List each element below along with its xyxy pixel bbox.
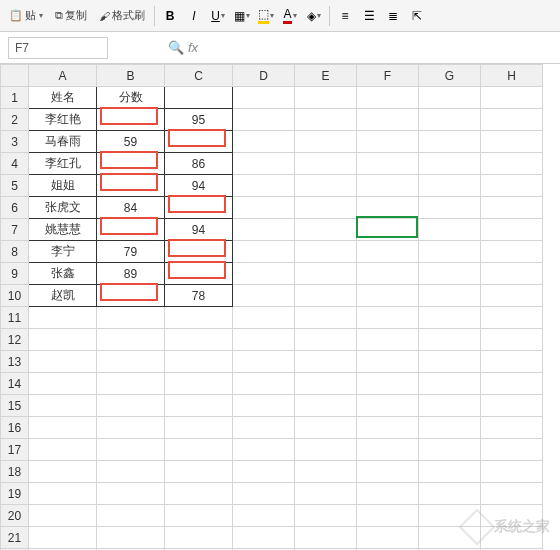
cell-F5[interactable] bbox=[357, 175, 419, 197]
cell-B7[interactable] bbox=[97, 219, 165, 241]
cell-H17[interactable] bbox=[481, 439, 543, 461]
cell-E16[interactable] bbox=[295, 417, 357, 439]
row-header-8[interactable]: 8 bbox=[1, 241, 29, 263]
cell-B17[interactable] bbox=[97, 439, 165, 461]
row-header-21[interactable]: 21 bbox=[1, 527, 29, 549]
cell-D2[interactable] bbox=[233, 109, 295, 131]
cell-G1[interactable] bbox=[419, 87, 481, 109]
cell-H7[interactable] bbox=[481, 219, 543, 241]
cell-B14[interactable] bbox=[97, 373, 165, 395]
cell-F12[interactable] bbox=[357, 329, 419, 351]
cell-G14[interactable] bbox=[419, 373, 481, 395]
cell-F3[interactable] bbox=[357, 131, 419, 153]
cell-F11[interactable] bbox=[357, 307, 419, 329]
merge-button[interactable]: ⇱ bbox=[406, 5, 428, 27]
cell-B10[interactable] bbox=[97, 285, 165, 307]
cell-A12[interactable] bbox=[29, 329, 97, 351]
cell-H10[interactable] bbox=[481, 285, 543, 307]
cell-A14[interactable] bbox=[29, 373, 97, 395]
cell-D19[interactable] bbox=[233, 483, 295, 505]
cell-H3[interactable] bbox=[481, 131, 543, 153]
cell-A13[interactable] bbox=[29, 351, 97, 373]
column-header-D[interactable]: D bbox=[233, 65, 295, 87]
row-header-14[interactable]: 14 bbox=[1, 373, 29, 395]
cell-A6[interactable]: 张虎文 bbox=[29, 197, 97, 219]
cell-H13[interactable] bbox=[481, 351, 543, 373]
underline-button[interactable]: U▾ bbox=[207, 5, 229, 27]
cell-B2[interactable] bbox=[97, 109, 165, 131]
cell-G4[interactable] bbox=[419, 153, 481, 175]
cell-F14[interactable] bbox=[357, 373, 419, 395]
cell-D12[interactable] bbox=[233, 329, 295, 351]
cell-F20[interactable] bbox=[357, 505, 419, 527]
cell-H8[interactable] bbox=[481, 241, 543, 263]
cell-G16[interactable] bbox=[419, 417, 481, 439]
cell-C7[interactable]: 94 bbox=[165, 219, 233, 241]
cell-A3[interactable]: 马春雨 bbox=[29, 131, 97, 153]
column-header-F[interactable]: F bbox=[357, 65, 419, 87]
cell-F21[interactable] bbox=[357, 527, 419, 549]
fx-label[interactable]: 🔍 fx bbox=[168, 40, 198, 55]
cell-E2[interactable] bbox=[295, 109, 357, 131]
cell-D4[interactable] bbox=[233, 153, 295, 175]
cell-F8[interactable] bbox=[357, 241, 419, 263]
cell-G7[interactable] bbox=[419, 219, 481, 241]
column-header-G[interactable]: G bbox=[419, 65, 481, 87]
cell-F4[interactable] bbox=[357, 153, 419, 175]
cell-G13[interactable] bbox=[419, 351, 481, 373]
row-header-12[interactable]: 12 bbox=[1, 329, 29, 351]
row-header-9[interactable]: 9 bbox=[1, 263, 29, 285]
cell-F15[interactable] bbox=[357, 395, 419, 417]
row-header-15[interactable]: 15 bbox=[1, 395, 29, 417]
format-painter-button[interactable]: 🖌 格式刷 bbox=[94, 4, 150, 28]
cell-A16[interactable] bbox=[29, 417, 97, 439]
cell-D16[interactable] bbox=[233, 417, 295, 439]
name-box[interactable]: F7 bbox=[8, 37, 108, 59]
copy-button[interactable]: ⧉ 复制 bbox=[50, 4, 92, 28]
cell-C2[interactable]: 95 bbox=[165, 109, 233, 131]
cell-D15[interactable] bbox=[233, 395, 295, 417]
cell-H2[interactable] bbox=[481, 109, 543, 131]
cell-C18[interactable] bbox=[165, 461, 233, 483]
column-header-C[interactable]: C bbox=[165, 65, 233, 87]
cell-D21[interactable] bbox=[233, 527, 295, 549]
cell-D7[interactable] bbox=[233, 219, 295, 241]
cell-G18[interactable] bbox=[419, 461, 481, 483]
cell-H16[interactable] bbox=[481, 417, 543, 439]
row-header-10[interactable]: 10 bbox=[1, 285, 29, 307]
cell-F10[interactable] bbox=[357, 285, 419, 307]
cell-H19[interactable] bbox=[481, 483, 543, 505]
cell-H9[interactable] bbox=[481, 263, 543, 285]
cell-B12[interactable] bbox=[97, 329, 165, 351]
cell-C5[interactable]: 94 bbox=[165, 175, 233, 197]
cell-D20[interactable] bbox=[233, 505, 295, 527]
cell-G6[interactable] bbox=[419, 197, 481, 219]
cell-E6[interactable] bbox=[295, 197, 357, 219]
cell-C12[interactable] bbox=[165, 329, 233, 351]
cell-E8[interactable] bbox=[295, 241, 357, 263]
cell-E20[interactable] bbox=[295, 505, 357, 527]
cell-C4[interactable]: 86 bbox=[165, 153, 233, 175]
row-header-1[interactable]: 1 bbox=[1, 87, 29, 109]
cell-A21[interactable] bbox=[29, 527, 97, 549]
cell-C10[interactable]: 78 bbox=[165, 285, 233, 307]
cell-A19[interactable] bbox=[29, 483, 97, 505]
cell-C20[interactable] bbox=[165, 505, 233, 527]
row-header-3[interactable]: 3 bbox=[1, 131, 29, 153]
cell-H14[interactable] bbox=[481, 373, 543, 395]
cell-E14[interactable] bbox=[295, 373, 357, 395]
cell-C11[interactable] bbox=[165, 307, 233, 329]
row-header-16[interactable]: 16 bbox=[1, 417, 29, 439]
cell-E7[interactable] bbox=[295, 219, 357, 241]
cell-H12[interactable] bbox=[481, 329, 543, 351]
row-header-13[interactable]: 13 bbox=[1, 351, 29, 373]
cell-E3[interactable] bbox=[295, 131, 357, 153]
cell-G11[interactable] bbox=[419, 307, 481, 329]
cell-B5[interactable] bbox=[97, 175, 165, 197]
cell-H6[interactable] bbox=[481, 197, 543, 219]
font-color-button[interactable]: A▾ bbox=[279, 5, 301, 27]
cell-F7[interactable] bbox=[357, 219, 419, 241]
cell-C15[interactable] bbox=[165, 395, 233, 417]
column-header-H[interactable]: H bbox=[481, 65, 543, 87]
cell-G2[interactable] bbox=[419, 109, 481, 131]
